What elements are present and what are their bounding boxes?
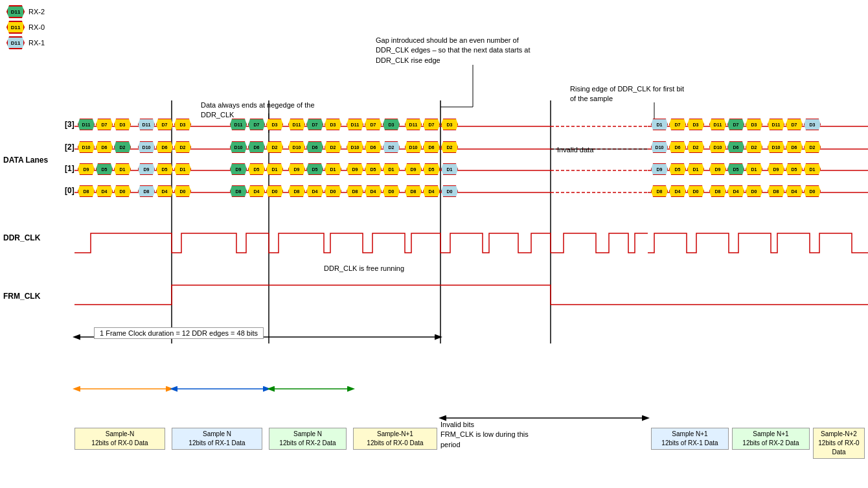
- hex-d1-1: D1: [114, 163, 131, 175]
- legend-label-rx2: RX-2: [29, 8, 45, 16]
- hex-post2-d4-0: D4: [727, 185, 744, 197]
- sample-n1-rx0: Sample-N+112bits of RX-0 Data: [353, 428, 437, 450]
- main-container: D11 RX-2 D11 RX-0 D11 RX-1: [0, 0, 868, 488]
- hex-d3-y3-1: D3: [325, 119, 341, 130]
- hex-d0-5-0: D0: [383, 185, 400, 197]
- hex-d2-gg2-1: D2: [266, 141, 283, 153]
- hex-d11-y3-1: D11: [288, 119, 305, 130]
- legend-item-rx1: D11 RX-1: [6, 36, 45, 49]
- hex-d7-b3-1: D7: [156, 119, 173, 130]
- ddr-clk-free-label: DDR_CLK is free running: [324, 264, 404, 272]
- hex-d11-g3-1: D11: [78, 119, 95, 130]
- hex-d10-y2-1: D10: [288, 141, 305, 153]
- hex-post2-d10-2: D10: [709, 141, 726, 153]
- hex-d1-y1-1: D1: [325, 163, 341, 175]
- legend-hex-rx1: D11: [6, 36, 25, 49]
- sample-n1-rx1: Sample N+112bits of RX-1 Data: [651, 428, 729, 450]
- hex-d2-g2-1: D2: [114, 141, 131, 153]
- hex-post3-d0-0: D0: [804, 185, 821, 197]
- hex-d1-6-1: D1: [441, 163, 458, 175]
- hex-post3-d11-3: D11: [768, 119, 784, 130]
- invalid-bits-label: Invalid bitsFRM_CLK is low during thispe…: [440, 420, 570, 450]
- hex-post3-d3-3: D3: [804, 119, 821, 130]
- hex-d10-gg2-1: D10: [230, 141, 247, 153]
- hex-post3-d8-0: D8: [768, 185, 784, 197]
- hex-post-d3-3: D3: [687, 119, 704, 130]
- hex-d10-g2-1: D10: [78, 141, 95, 153]
- hex-d8-6-0: D8: [405, 185, 422, 197]
- hex-d5-5-1: D5: [365, 163, 382, 175]
- hex-d1-5-1: D1: [383, 163, 400, 175]
- hex-post2-d0-0: D0: [746, 185, 762, 197]
- hex-d8-0: D8: [78, 185, 95, 197]
- sample-n-rx0: Sample-N12bits of RX-0 Data: [74, 428, 165, 450]
- hex-d2-5-2: D2: [383, 141, 400, 153]
- hex-d3-b3-1: D3: [174, 119, 191, 130]
- hex-d4-y0-1: D4: [306, 185, 323, 197]
- hex-post3-d4-0: D4: [786, 185, 803, 197]
- hex-d9-6-1: D9: [405, 163, 422, 175]
- hex-d0-6-0: D0: [441, 185, 458, 197]
- hex-post-d6-2: D6: [669, 141, 686, 153]
- hex-d6-5-2: D6: [365, 141, 382, 153]
- sample-n2-rx0: Sample-N+212bits of RX-0 Data: [813, 428, 865, 459]
- hex-post2-d7-3: D7: [727, 119, 744, 130]
- negedge-note: Data always ends at negedge of theDDR_CL…: [201, 100, 330, 121]
- legend-hex-rx2: D11: [6, 5, 25, 18]
- hex-d1-g1-1: D1: [266, 163, 283, 175]
- hex-d3-gg3-1: D3: [266, 119, 283, 130]
- hex-d11-6-3: D11: [405, 119, 422, 130]
- hex-d11-b3-1: D11: [138, 119, 155, 130]
- hex-d0-0: D0: [114, 185, 131, 197]
- sample-n-rx1: Sample N12bits of RX-1 Data: [172, 428, 262, 450]
- hex-post-d9-1: D9: [651, 163, 668, 175]
- hex-d3-g3-1: D3: [114, 119, 131, 130]
- hex-d2-y2-1: D2: [325, 141, 341, 153]
- hex-d7-5-3: D7: [365, 119, 382, 130]
- legend-item-rx0: D11 RX-0: [6, 21, 45, 34]
- hex-d8-g0-1: D8: [230, 185, 247, 197]
- hex-d6-y2-1: D6: [306, 141, 323, 153]
- hex-d4-0: D4: [96, 185, 113, 197]
- frame-clock-label: 1 Frame Clock duration = 12 DDR edges = …: [94, 327, 264, 339]
- hex-d9-5-1: D9: [347, 163, 363, 175]
- ddr-clk-label: DDR_CLK: [3, 233, 40, 242]
- hex-post2-d1-1: D1: [746, 163, 762, 175]
- hex-post2-d6-2: D6: [727, 141, 744, 153]
- hex-post3-d5-1: D5: [786, 163, 803, 175]
- hex-d4-g0-1: D4: [248, 185, 265, 197]
- data-lanes-label: DATA Lanes: [3, 156, 48, 165]
- hex-d4-b0-1: D4: [156, 185, 173, 197]
- hex-d7-gg3-1: D7: [248, 119, 265, 130]
- hex-d5-1: D5: [96, 163, 113, 175]
- hex-post-d1-3: D1: [651, 119, 668, 130]
- hex-d9-b1-1: D9: [138, 163, 155, 175]
- hex-d5-y1-1: D5: [306, 163, 323, 175]
- hex-post3-d7-3: D7: [786, 119, 803, 130]
- hex-post-d8-0: D8: [651, 185, 668, 197]
- hex-d5-g1-1: D5: [248, 163, 265, 175]
- hex-d10-b2-1: D10: [138, 141, 155, 153]
- hex-post3-d2-2: D2: [804, 141, 821, 153]
- hex-d7-y3-1: D7: [306, 119, 323, 130]
- hex-d10-6-2: D10: [405, 141, 422, 153]
- gap-note: Gap introduced should be an even number …: [376, 36, 544, 65]
- legend-hex-rx0: D11: [6, 21, 25, 34]
- hex-d9-1: D9: [78, 163, 95, 175]
- hex-d0-y0-1: D0: [325, 185, 341, 197]
- hex-post2-d9-1: D9: [709, 163, 726, 175]
- hex-post3-d6-2: D6: [786, 141, 803, 153]
- diagram-svg: [0, 0, 868, 488]
- hex-d8-5-0: D8: [347, 185, 363, 197]
- hex-d2-b2-1: D2: [174, 141, 191, 153]
- hex-post3-d1-1: D1: [804, 163, 821, 175]
- lane1-label: [1]: [65, 164, 74, 173]
- hex-d0-g0-1: D0: [266, 185, 283, 197]
- hex-post3-d10-2: D10: [768, 141, 784, 153]
- lane0-label: [0]: [65, 186, 74, 195]
- hex-d6-6-2: D6: [423, 141, 440, 153]
- hex-post-d10-2: D10: [651, 141, 668, 153]
- hex-d4-6-0: D4: [423, 185, 440, 197]
- hex-d4-5-0: D4: [365, 185, 382, 197]
- hex-d3-5-3: D3: [383, 119, 400, 130]
